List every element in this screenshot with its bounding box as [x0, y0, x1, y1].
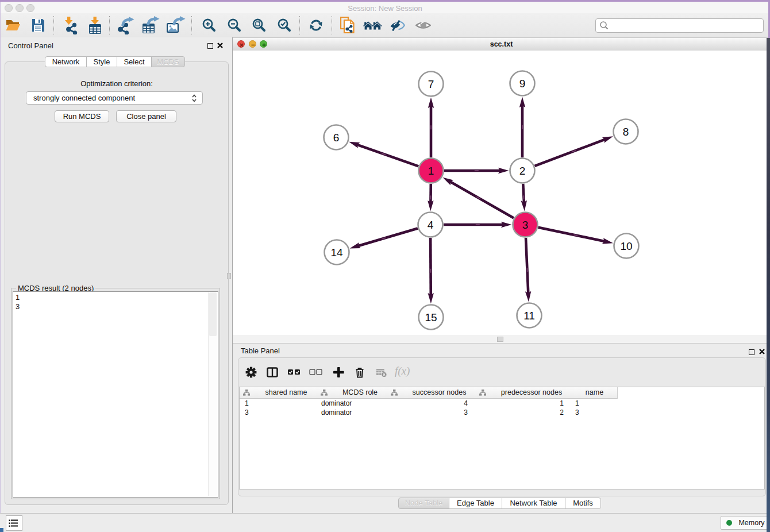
svg-text:4: 4: [428, 219, 434, 231]
svg-text:10: 10: [620, 240, 632, 252]
svg-text:14: 14: [330, 246, 343, 259]
svg-text:1: 1: [428, 165, 434, 177]
svg-text:11: 11: [523, 310, 535, 322]
svg-text:3: 3: [522, 219, 529, 231]
svg-text:2: 2: [519, 165, 526, 177]
svg-text:9: 9: [519, 78, 526, 90]
svg-text:8: 8: [623, 126, 629, 138]
svg-text:7: 7: [428, 78, 434, 90]
svg-text:15: 15: [425, 311, 437, 323]
svg-text:6: 6: [333, 132, 340, 144]
